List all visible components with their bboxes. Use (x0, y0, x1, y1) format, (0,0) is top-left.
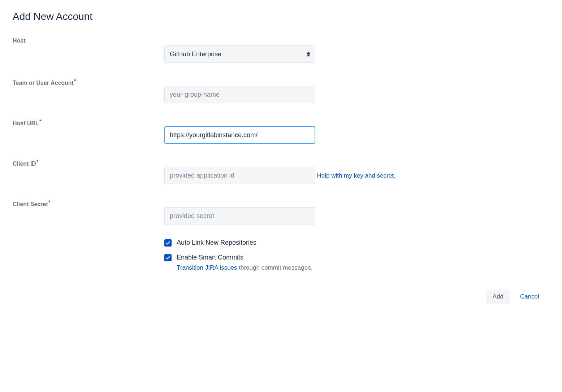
checkbox-row-container: Auto Link New Repositories Enable Smart … (13, 239, 549, 271)
host-url-label: Host URL* (13, 118, 164, 127)
host-url-row: Host URL* (13, 118, 549, 144)
smart-commits-help-rest: through commit messages. (237, 264, 313, 271)
form-actions: Add Cancel (13, 289, 549, 304)
check-icon (166, 256, 170, 260)
empty-label (13, 239, 164, 240)
host-label-text: Host (13, 38, 26, 44)
smart-commits-checkbox[interactable] (164, 254, 172, 261)
required-star-icon: * (48, 199, 50, 205)
required-star-icon: * (36, 159, 38, 165)
team-user-label: Team or User Account* (13, 77, 164, 86)
add-button[interactable]: Add (486, 289, 510, 304)
smart-commits-checkbox-row: Enable Smart Commits (164, 254, 312, 261)
team-user-row: Team or User Account* (13, 77, 549, 103)
host-row: Host GitHub Enterprise (13, 37, 549, 63)
smart-commits-label: Enable Smart Commits (177, 254, 243, 261)
required-star-icon: * (74, 78, 76, 84)
auto-link-checkbox[interactable] (164, 239, 172, 247)
host-url-label-text: Host URL (13, 120, 39, 126)
client-id-label: Client ID* (13, 158, 164, 167)
client-id-row: Client ID* Help with my key and secret. (13, 158, 549, 184)
smart-commits-help: Transition JIRA issues through commit me… (177, 264, 312, 271)
client-secret-label-text: Client Secret (13, 201, 48, 207)
host-select[interactable]: GitHub Enterprise (164, 45, 315, 63)
auto-link-checkbox-row: Auto Link New Repositories (164, 239, 312, 247)
required-star-icon: * (39, 118, 41, 124)
client-id-label-text: Client ID (13, 161, 36, 167)
team-user-label-text: Team or User Account (13, 80, 74, 86)
auto-link-label: Auto Link New Repositories (177, 239, 256, 247)
client-secret-input[interactable] (164, 207, 315, 225)
host-label: Host (13, 37, 164, 44)
client-id-input[interactable] (164, 167, 315, 184)
client-secret-row: Client Secret* (13, 199, 549, 225)
host-url-input[interactable] (164, 126, 315, 144)
cancel-button[interactable]: Cancel (517, 289, 542, 304)
transition-jira-link[interactable]: Transition JIRA issues (177, 264, 237, 271)
page-title: Add New Account (13, 11, 549, 22)
client-secret-label: Client Secret* (13, 199, 164, 208)
host-select-wrapper: GitHub Enterprise (164, 45, 315, 63)
help-key-secret-link[interactable]: Help with my key and secret. (317, 172, 395, 179)
check-icon (166, 241, 170, 245)
team-user-input[interactable] (164, 86, 315, 103)
